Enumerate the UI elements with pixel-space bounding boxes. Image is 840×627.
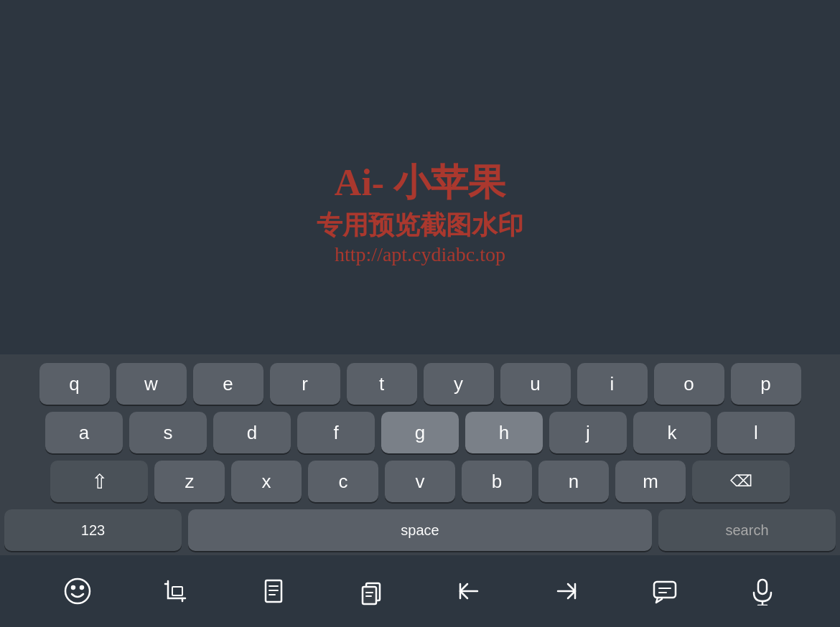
key-p[interactable]: p [731, 363, 801, 405]
key-c[interactable]: c [308, 461, 378, 502]
key-u[interactable]: u [500, 363, 571, 405]
svg-point-1 [72, 586, 75, 589]
key-l[interactable]: l [717, 412, 795, 453]
toolbar [0, 555, 840, 627]
keyboard-row-3: ⇧ z x c v b n m ⌫ [4, 461, 836, 502]
key-m[interactable]: m [615, 461, 686, 502]
svg-rect-5 [172, 587, 182, 595]
shift-icon: ⇧ [91, 470, 108, 494]
key-o[interactable]: o [654, 363, 724, 405]
key-t[interactable]: t [347, 363, 417, 405]
key-shift[interactable]: ⇧ [50, 461, 148, 502]
crop-icon[interactable] [157, 573, 193, 609]
backspace-icon: ⌫ [730, 472, 752, 491]
svg-rect-18 [654, 582, 676, 598]
svg-point-0 [65, 579, 90, 603]
key-h[interactable]: h [465, 412, 543, 453]
key-k[interactable]: k [633, 412, 711, 453]
microphone-icon[interactable] [745, 573, 780, 609]
keyboard-row-4: 123 space search [4, 509, 836, 551]
key-f[interactable]: f [297, 412, 375, 453]
message-icon[interactable] [647, 573, 683, 609]
key-d[interactable]: d [213, 412, 291, 453]
key-space[interactable]: space [188, 509, 652, 551]
key-a[interactable]: a [45, 412, 123, 453]
key-search[interactable]: search [658, 509, 836, 551]
key-e[interactable]: e [193, 363, 263, 405]
key-b[interactable]: b [462, 461, 532, 502]
key-g[interactable]: g [381, 412, 459, 453]
arrow-left-icon[interactable] [451, 573, 487, 609]
key-j[interactable]: j [549, 412, 627, 453]
copy-icon[interactable] [353, 573, 389, 609]
keyboard-row-1: q w e r t y u i o p [4, 363, 836, 405]
svg-rect-21 [758, 580, 767, 594]
key-y[interactable]: y [424, 363, 494, 405]
watermark-line2: 专用预览截图水印 [317, 208, 523, 243]
watermark: Ai- 小苹果 专用预览截图水印 http://apt.cydiabc.top [317, 158, 523, 266]
key-backspace[interactable]: ⌫ [692, 461, 790, 502]
document-icon[interactable] [256, 573, 291, 609]
key-v[interactable]: v [385, 461, 455, 502]
key-w[interactable]: w [116, 363, 187, 405]
key-x[interactable]: x [231, 461, 302, 502]
key-s[interactable]: s [129, 412, 207, 453]
emoji-icon[interactable] [60, 573, 95, 609]
watermark-line3: http://apt.cydiabc.top [317, 243, 523, 266]
key-z[interactable]: z [154, 461, 225, 502]
key-q[interactable]: q [39, 363, 110, 405]
key-n[interactable]: n [538, 461, 609, 502]
key-i[interactable]: i [577, 363, 648, 405]
key-123[interactable]: 123 [4, 509, 182, 551]
svg-point-2 [80, 586, 83, 589]
keyboard: q w e r t y u i o p a s d f g h j k l ⇧ … [0, 354, 840, 555]
arrow-right-icon[interactable] [549, 573, 584, 609]
keyboard-row-2: a s d f g h j k l [4, 412, 836, 453]
watermark-line1: Ai- 小苹果 [317, 158, 523, 208]
key-r[interactable]: r [270, 363, 340, 405]
